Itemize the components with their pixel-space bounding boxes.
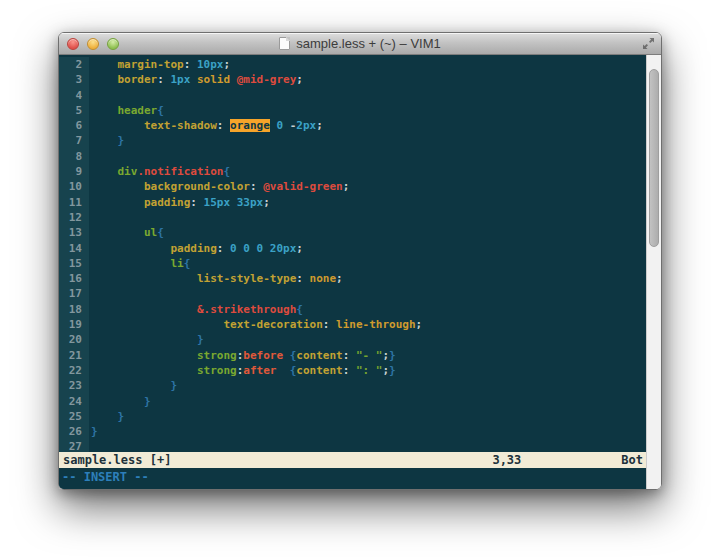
code-text: list-style-type: none; <box>89 271 343 286</box>
code-text: div.notification{ <box>89 164 230 179</box>
code-line: 26} <box>59 424 646 439</box>
code-text: header{ <box>89 103 164 118</box>
code-text: ul{ <box>89 225 164 240</box>
code-line: 14 padding: 0 0 0 20px; <box>59 241 646 256</box>
code-text: } <box>89 424 98 439</box>
code-text: background-color: @valid-green; <box>89 179 349 194</box>
line-number: 7 <box>59 133 89 148</box>
line-number: 21 <box>59 348 89 363</box>
code-text: } <box>89 394 151 409</box>
code-line: 18 &.strikethrough{ <box>59 302 646 317</box>
line-number: 23 <box>59 378 89 393</box>
zoom-button[interactable] <box>107 38 119 50</box>
line-number: 13 <box>59 225 89 240</box>
code-text <box>89 439 91 452</box>
code-line: 9 div.notification{ <box>59 164 646 179</box>
code-text: } <box>89 378 177 393</box>
line-number: 27 <box>59 439 89 452</box>
document-icon <box>279 37 290 50</box>
code-line: 11 padding: 15px 33px; <box>59 195 646 210</box>
line-number: 12 <box>59 210 89 225</box>
line-number: 14 <box>59 241 89 256</box>
line-number: 11 <box>59 195 89 210</box>
code-text: padding: 0 0 0 20px; <box>89 241 303 256</box>
line-number: 26 <box>59 424 89 439</box>
window-body: 2 margin-top: 10px;3 border: 1px solid @… <box>59 55 661 489</box>
code-text <box>89 286 91 301</box>
code-line: 5 header{ <box>59 103 646 118</box>
line-number: 20 <box>59 332 89 347</box>
status-filename: sample.less [+] <box>59 452 492 468</box>
code-line: 7 } <box>59 133 646 148</box>
line-number: 19 <box>59 317 89 332</box>
fullscreen-icon[interactable] <box>642 37 655 50</box>
code-text <box>89 210 91 225</box>
line-number: 10 <box>59 179 89 194</box>
title-bar[interactable]: sample.less + (~) – VIM1 <box>59 33 661 55</box>
status-cursor-position: 3,33 <box>492 452 521 468</box>
code-text <box>89 88 91 103</box>
minimize-button[interactable] <box>87 38 99 50</box>
line-number: 2 <box>59 57 89 72</box>
line-number: 25 <box>59 409 89 424</box>
code-line: 22 strong:after {content: ": ";} <box>59 363 646 378</box>
line-number: 17 <box>59 286 89 301</box>
code-text: } <box>89 409 124 424</box>
status-scroll-position: Bot <box>621 452 646 468</box>
code-line: 2 margin-top: 10px; <box>59 57 646 72</box>
code-line: 24 } <box>59 394 646 409</box>
code-text: text-decoration: line-through; <box>89 317 422 332</box>
code-line: 25 } <box>59 409 646 424</box>
vim-status-bar: sample.less [+] 3,33 Bot <box>59 452 646 468</box>
code-text: margin-top: 10px; <box>89 57 230 72</box>
code-line: 17 <box>59 286 646 301</box>
code-text: } <box>89 332 204 347</box>
editor-column: 2 margin-top: 10px;3 border: 1px solid @… <box>59 55 646 489</box>
line-number: 3 <box>59 72 89 87</box>
code-line: 27 <box>59 439 646 452</box>
code-line: 6 text-shadow: orange 0 -2px; <box>59 118 646 133</box>
code-text: border: 1px solid @mid-grey; <box>89 72 303 87</box>
code-line: 23 } <box>59 378 646 393</box>
search-highlight: orange <box>230 119 270 132</box>
close-button[interactable] <box>67 38 79 50</box>
code-line: 12 <box>59 210 646 225</box>
code-text: padding: 15px 33px; <box>89 195 270 210</box>
line-number: 8 <box>59 149 89 164</box>
scrollbar-track[interactable] <box>646 55 661 489</box>
scrollbar-thumb[interactable] <box>649 69 659 247</box>
traffic-lights <box>67 33 119 54</box>
code-line: 13 ul{ <box>59 225 646 240</box>
code-line: 3 border: 1px solid @mid-grey; <box>59 72 646 87</box>
code-line: 19 text-decoration: line-through; <box>59 317 646 332</box>
code-area[interactable]: 2 margin-top: 10px;3 border: 1px solid @… <box>59 55 646 452</box>
code-text: strong:after {content: ": ";} <box>89 363 396 378</box>
line-number: 18 <box>59 302 89 317</box>
line-number: 24 <box>59 394 89 409</box>
line-number: 4 <box>59 88 89 103</box>
code-line: 20 } <box>59 332 646 347</box>
line-number: 16 <box>59 271 89 286</box>
line-number: 9 <box>59 164 89 179</box>
code-text: text-shadow: orange 0 -2px; <box>89 118 323 133</box>
code-line: 10 background-color: @valid-green; <box>59 179 646 194</box>
vim-window: sample.less + (~) – VIM1 2 margin-top: 1… <box>58 32 662 490</box>
line-number: 22 <box>59 363 89 378</box>
window-title-group: sample.less + (~) – VIM1 <box>279 36 441 51</box>
code-text: li{ <box>89 256 190 271</box>
window-title: sample.less + (~) – VIM1 <box>296 36 441 51</box>
vim-mode-line: -- INSERT -- <box>59 468 646 489</box>
code-line: 4 <box>59 88 646 103</box>
code-text: &.strikethrough{ <box>89 302 303 317</box>
line-number: 6 <box>59 118 89 133</box>
code-text: } <box>89 133 124 148</box>
code-line: 8 <box>59 149 646 164</box>
line-number: 5 <box>59 103 89 118</box>
code-line: 16 list-style-type: none; <box>59 271 646 286</box>
line-number: 15 <box>59 256 89 271</box>
code-text: strong:before {content: "- ";} <box>89 348 396 363</box>
code-text <box>89 149 91 164</box>
code-line: 15 li{ <box>59 256 646 271</box>
code-line: 21 strong:before {content: "- ";} <box>59 348 646 363</box>
